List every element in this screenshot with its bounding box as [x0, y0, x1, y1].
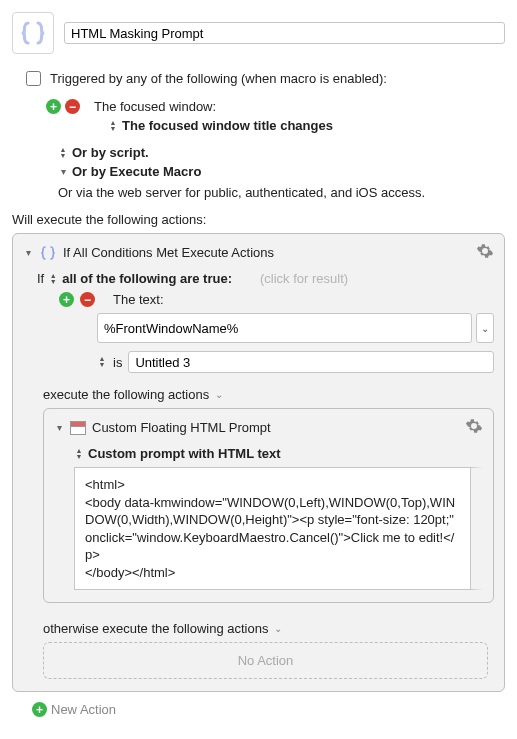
new-action-label[interactable]: New Action	[51, 702, 116, 717]
add-trigger-button[interactable]: +	[46, 99, 61, 114]
html-content-textarea[interactable]: <html> <body data-kmwindow="WINDOW(0,Lef…	[74, 467, 483, 590]
html-prompt-action-panel: ▾ Custom Floating HTML Prompt ▲▼ Custom …	[43, 408, 494, 603]
the-text-label: The text:	[113, 292, 164, 307]
add-action-button[interactable]: +	[32, 702, 47, 717]
gear-icon[interactable]	[476, 242, 494, 263]
click-for-result-hint[interactable]: (click for result)	[260, 271, 348, 286]
focused-window-title-changes[interactable]: The focused window title changes	[122, 118, 333, 133]
remove-trigger-button[interactable]: −	[65, 99, 80, 114]
trigger-enabled-checkbox[interactable]	[26, 71, 41, 86]
if-label: If	[37, 271, 44, 286]
execute-following-label: execute the following actions	[43, 387, 209, 402]
updown-icon[interactable]: ▲▼	[108, 120, 118, 132]
text-value-field[interactable]	[97, 313, 472, 343]
gear-icon[interactable]	[465, 417, 483, 438]
is-value-field[interactable]	[128, 351, 494, 373]
if-action-panel: ▾ If All Conditions Met Execute Actions …	[12, 233, 505, 692]
is-label: is	[113, 355, 122, 370]
updown-icon[interactable]: ▲▼	[48, 273, 58, 285]
macro-name-input[interactable]	[64, 22, 505, 44]
focused-window-label: The focused window:	[94, 99, 216, 114]
disclose-icon[interactable]: ▾	[54, 422, 64, 433]
braces-icon	[39, 244, 57, 262]
no-action-placeholder[interactable]: No Action	[43, 642, 488, 679]
if-action-title: If All Conditions Met Execute Actions	[63, 245, 274, 260]
add-condition-button[interactable]: +	[59, 292, 74, 307]
chevron-down-icon[interactable]: ▾	[58, 166, 68, 177]
updown-icon[interactable]: ▲▼	[97, 356, 107, 368]
will-execute-label: Will execute the following actions:	[12, 212, 505, 227]
chevron-down-icon[interactable]: ⌄	[274, 623, 282, 634]
all-true-label[interactable]: all of the following are true:	[62, 271, 232, 286]
updown-icon[interactable]: ▲▼	[58, 147, 68, 159]
text-dropdown-icon[interactable]: ⌄	[476, 313, 494, 343]
updown-icon[interactable]: ▲▼	[74, 448, 84, 460]
or-by-script[interactable]: Or by script.	[72, 145, 149, 160]
trigger-label: Triggered by any of the following (when …	[50, 71, 387, 86]
html-prompt-title: Custom Floating HTML Prompt	[92, 420, 271, 435]
otherwise-label: otherwise execute the following actions	[43, 621, 268, 636]
disclose-icon[interactable]: ▾	[23, 247, 33, 258]
macro-icon[interactable]	[12, 12, 54, 54]
html-prompt-subtitle[interactable]: Custom prompt with HTML text	[88, 446, 281, 461]
window-icon	[70, 421, 86, 435]
remove-condition-button[interactable]: −	[80, 292, 95, 307]
chevron-down-icon[interactable]: ⌄	[215, 389, 223, 400]
or-by-execute-macro[interactable]: Or by Execute Macro	[72, 164, 201, 179]
or-via-web-label: Or via the web server for public, authen…	[58, 185, 425, 200]
